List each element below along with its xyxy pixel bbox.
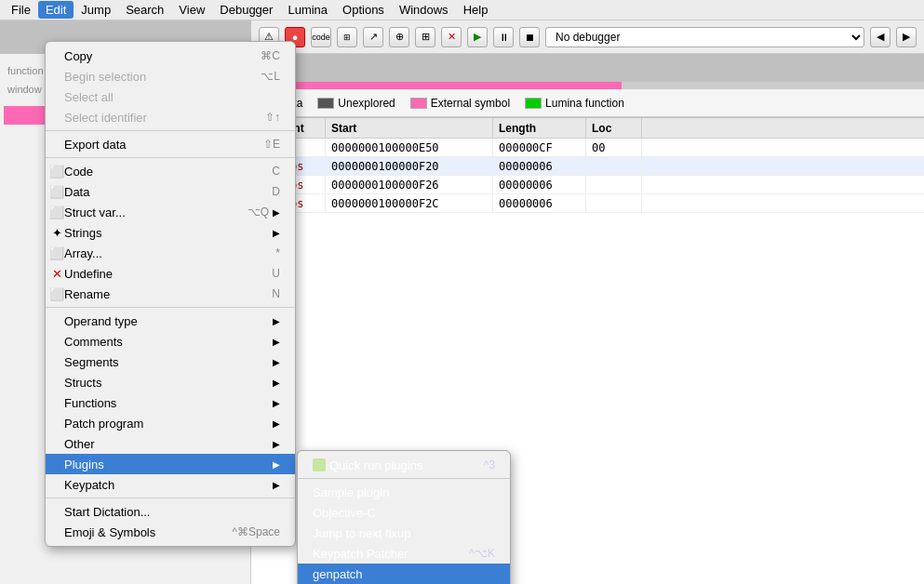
menu-item-start-dictation[interactable]: Start Dictation... (46, 501, 295, 522)
submenu-item-keypatch-patcher[interactable]: Keypatch Patcher ^⌥K (298, 543, 510, 564)
arrow-icon: ▶ (273, 378, 280, 388)
menu-item-select-identifier[interactable]: Select identifier ⇧↑ (46, 107, 295, 127)
toolbar-btn-code[interactable]: code (311, 27, 331, 47)
cell-loc-3 (586, 194, 642, 212)
menu-sep-3 (46, 307, 295, 308)
legend-external-label: External symbol (431, 97, 510, 110)
menubar-file[interactable]: File (4, 1, 38, 19)
arrow-icon: ▶ (273, 357, 280, 367)
menu-item-structs[interactable]: Structs ▶ (46, 372, 295, 392)
legend-external-swatch (410, 98, 427, 109)
legend-unexplored: Unexplored (317, 97, 395, 110)
menu-item-strings[interactable]: ✦ Strings ▶ (46, 222, 295, 243)
arrow-icon: ▶ (273, 398, 280, 408)
menu-sep-4 (46, 498, 295, 498)
submenu-item-quick-run[interactable]: Quick run plugins ^3 (298, 455, 510, 475)
progress-bar-fill (251, 82, 622, 89)
toolbar-btn-nav3[interactable]: ⊞ (415, 27, 435, 47)
submenu-item-sample-plugin[interactable]: Sample plugin (298, 482, 510, 502)
plugin-icon (313, 458, 326, 471)
menubar-lumina[interactable]: Lumina (280, 1, 335, 19)
table-row[interactable]: __stubs 0000000100000F2C 00000006 (251, 194, 924, 213)
plugins-submenu: Quick run plugins ^3 Sample plugin Objec… (297, 450, 511, 584)
menu-item-undefine[interactable]: ✕ Undefine U (46, 263, 295, 284)
menu-item-data[interactable]: ⬜ Data D (46, 181, 295, 202)
menu-item-operand-type[interactable]: Operand type ▶ (46, 311, 295, 331)
col-header-loc: Loc (586, 118, 642, 138)
menu-sep-2 (46, 157, 295, 158)
cell-length-0: 000000CF (493, 139, 586, 156)
menu-item-rename[interactable]: ⬜ Rename N (46, 284, 295, 304)
toolbar-btn-stop[interactable]: ✕ (441, 27, 462, 47)
table-row[interactable]: __text 0000000100000E50 000000CF 00 (251, 139, 924, 157)
arrow-icon: ▶ (273, 337, 280, 347)
arrow-icon: ▶ (273, 228, 280, 238)
table-row[interactable]: __stubs 0000000100000F20 00000006 (251, 157, 924, 176)
toolbar-btn-pause[interactable]: ⏸ (493, 27, 514, 47)
menu-item-other[interactable]: Other ▶ (46, 433, 295, 454)
arrow-icon: ▶ (273, 316, 280, 326)
menu-item-select-all[interactable]: Select all (46, 86, 295, 107)
arrow-icon: ▶ (273, 439, 280, 449)
col-header-length: Length (493, 118, 586, 138)
main-area: function window ⚠ ● code ⊞ ↗ ⊕ ⊞ ✕ ▶ ⏸ ⏹… (0, 20, 924, 584)
toolbar-btn-debug-opt2[interactable]: ▶ (896, 27, 917, 47)
submenu-item-genpatch[interactable]: genpatch (298, 564, 510, 584)
menubar-windows[interactable]: Windows (392, 1, 456, 19)
menubar-debugger[interactable]: Debugger (212, 1, 280, 19)
menubar-jump[interactable]: Jump (74, 1, 118, 19)
menu-item-array[interactable]: ⬜ Array... * (46, 243, 295, 263)
menu-item-segments[interactable]: Segments ▶ (46, 352, 295, 372)
legend-bar: Data Unexplored External symbol Lumina f… (251, 89, 924, 117)
col-header-start: Start (326, 118, 493, 138)
toolbar-btn-nav1[interactable]: ↗ (363, 27, 383, 47)
legend-unexplored-swatch (317, 98, 334, 109)
menubar-help[interactable]: Help (456, 1, 496, 19)
arrow-icon: ▶ (273, 480, 280, 490)
menu-item-emoji-symbols[interactable]: Emoji & Symbols ^⌘Space (46, 522, 295, 542)
undefine-icon: ✕ (49, 267, 64, 281)
menubar-search[interactable]: Search (118, 1, 171, 19)
array-icon: ⬜ (49, 246, 64, 260)
progress-bar-bg (251, 82, 924, 89)
table-header: Segment Start Length Loc (251, 118, 924, 139)
legend-external-symbol: External symbol (410, 97, 510, 110)
cell-length-2: 00000006 (493, 176, 586, 193)
legend-unexplored-label: Unexplored (338, 97, 395, 110)
menu-item-copy[interactable]: Copy ⌘C (46, 46, 295, 66)
menubar: File Edit Jump Search View Debugger Lumi… (0, 0, 924, 20)
menubar-options[interactable]: Options (335, 1, 392, 19)
cell-start-2: 0000000100000F26 (326, 176, 493, 193)
menu-item-struct-var[interactable]: ⬜ Struct var... ⌥Q ▶ (46, 202, 295, 222)
submenu-item-objective-c[interactable]: Objective-C (298, 502, 510, 523)
cell-start-3: 0000000100000F2C (326, 194, 493, 212)
menu-item-plugins[interactable]: Plugins ▶ Quick run plugins ^3 (46, 454, 295, 474)
cell-length-1: 00000006 (493, 157, 586, 175)
submenu-sep (298, 478, 510, 479)
cell-loc-2 (586, 176, 642, 193)
strings-icon: ✦ (49, 226, 64, 240)
menu-item-keypatch[interactable]: Keypatch ▶ (46, 474, 295, 495)
toolbar-btn-nav2[interactable]: ⊕ (389, 27, 409, 47)
menubar-edit[interactable]: Edit (38, 1, 74, 19)
menu-item-comments[interactable]: Comments ▶ (46, 331, 295, 352)
submenu-item-jump-next-fixup[interactable]: Jump to next fixup (298, 523, 510, 543)
cell-loc-1 (586, 157, 642, 175)
menu-item-patch-program[interactable]: Patch program ▶ (46, 413, 295, 433)
toolbar-btn-step[interactable]: ⏹ (519, 27, 540, 47)
menu-item-code[interactable]: ⬜ Code C (46, 161, 295, 181)
menu-item-export-data[interactable]: Export data ⇧E (46, 134, 295, 154)
toolbar-btn-data[interactable]: ⊞ (337, 27, 357, 47)
menu-item-begin-selection[interactable]: Begin selection ⌥L (46, 66, 295, 86)
legend-lumina-function: Lumina function (525, 97, 624, 110)
menubar-view[interactable]: View (171, 1, 212, 19)
menu-item-functions[interactable]: Functions ▶ (46, 392, 295, 413)
code-icon: ⬜ (49, 165, 64, 179)
table-row[interactable]: __stubs 0000000100000F26 00000006 (251, 176, 924, 194)
arrow-icon: ▶ (273, 459, 280, 470)
arrow-icon: ▶ (273, 207, 280, 218)
toolbar-btn-play[interactable]: ▶ (467, 27, 488, 47)
toolbar-btn-debug-opt1[interactable]: ◀ (870, 27, 891, 47)
debugger-select[interactable]: No debugger (545, 27, 864, 47)
cell-start-0: 0000000100000E50 (326, 139, 493, 156)
